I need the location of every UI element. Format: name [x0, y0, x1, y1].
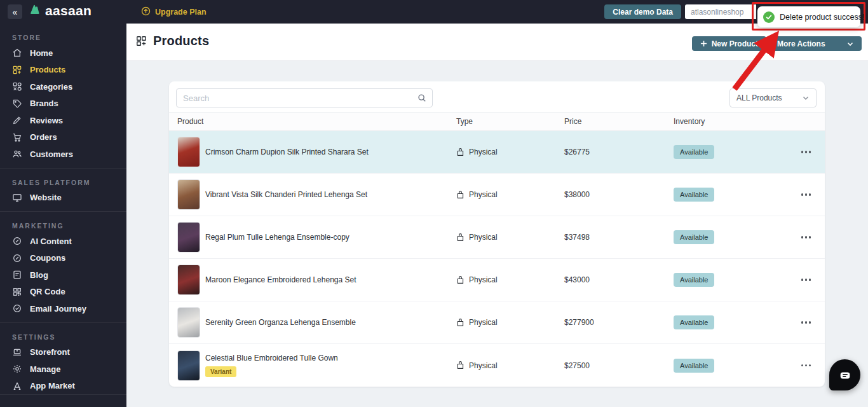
- toast-message: Delete product success!: [780, 13, 864, 22]
- physical-product-icon: [456, 319, 465, 327]
- sidebar-item-label: Products: [30, 65, 65, 74]
- section-label-sales-platform: SALES PLATFORM: [12, 179, 126, 186]
- row-actions-button[interactable]: [800, 362, 813, 369]
- clear-demo-data-button[interactable]: Clear demo Data: [604, 4, 681, 19]
- inventory-badge: Available: [674, 273, 714, 287]
- sidebar-item-referral-program[interactable]: Referral Program: [0, 402, 126, 407]
- column-header-price: Price: [556, 117, 665, 126]
- physical-product-icon: [456, 148, 465, 156]
- page-title-text: Products: [153, 34, 209, 48]
- physical-product-icon: [456, 276, 465, 284]
- chat-widget-button[interactable]: [829, 359, 860, 390]
- main-content: Products New Product More Actions ALL Pr…: [126, 24, 868, 407]
- sidebar-item-label: Categories: [30, 82, 72, 92]
- row-actions-button[interactable]: [800, 191, 813, 198]
- sidebar-item-brands[interactable]: Brands: [0, 95, 126, 113]
- journey-badge-icon: [12, 303, 22, 314]
- table-row[interactable]: Vibrant Vista Silk Chanderi Printed Lehe…: [169, 174, 825, 216]
- sidebar-item-label: Orders: [30, 132, 57, 142]
- sidebar-collapse-button[interactable]: «: [8, 4, 22, 19]
- sidebar-item-home[interactable]: Home: [0, 45, 126, 62]
- aasaan-logo[interactable]: aasaan: [28, 3, 92, 18]
- qr-code-icon: [12, 287, 22, 297]
- sidebar-section-sales-platform: SALES PLATFORM Website: [0, 168, 126, 207]
- sidebar-item-reviews[interactable]: Reviews: [0, 112, 126, 129]
- row-actions-button[interactable]: [800, 233, 813, 241]
- sidebar-item-label: Storefront: [30, 347, 70, 357]
- physical-product-icon: [456, 233, 465, 242]
- sidebar-section-settings: SETTINGS Storefront Manage App Market: [0, 322, 126, 395]
- shop-name-input[interactable]: [685, 4, 756, 19]
- sidebar-item-orders[interactable]: Orders: [0, 129, 126, 146]
- sidebar-item-website[interactable]: Website: [0, 190, 126, 207]
- products-table-card: ALL Products Product Type Price Inventor…: [169, 81, 825, 387]
- sidebar-item-manage[interactable]: Manage: [0, 361, 126, 378]
- plus-icon: [700, 40, 707, 47]
- table-header: Product Type Price Inventory: [169, 112, 825, 131]
- inventory-badge: Available: [674, 145, 714, 159]
- logo-text: aasaan: [45, 3, 92, 18]
- more-actions-button[interactable]: More Actions: [770, 36, 862, 51]
- sidebar-item-label: QR Code: [30, 287, 65, 296]
- sidebar-item-label: App Market: [30, 381, 75, 390]
- new-product-button[interactable]: New Product: [692, 36, 766, 51]
- sidebar-item-customers[interactable]: Customers: [0, 146, 126, 163]
- cart-icon: [12, 132, 22, 142]
- product-price: $277900: [556, 318, 665, 327]
- product-name: Vibrant Vista Silk Chanderi Printed Lehe…: [205, 190, 367, 199]
- physical-product-icon: [456, 191, 465, 199]
- product-name: Regal Plum Tulle Lehenga Ensemble-copy: [205, 233, 349, 242]
- table-row[interactable]: Regal Plum Tulle Lehenga Ensemble-copy P…: [169, 216, 825, 259]
- inventory-badge: Available: [674, 188, 714, 202]
- laptop-icon: [12, 347, 22, 357]
- product-price: $43000: [556, 275, 665, 284]
- section-label-settings: SETTINGS: [12, 333, 126, 341]
- row-actions-button[interactable]: [800, 319, 813, 326]
- sidebar-item-label: AI Content: [30, 237, 72, 246]
- sidebar-item-blog[interactable]: Blog: [0, 266, 126, 284]
- more-actions-label: More Actions: [777, 39, 825, 48]
- section-label-store: STORE: [12, 34, 126, 41]
- sidebar-item-label: Manage: [30, 364, 60, 374]
- product-type: Physical: [469, 361, 498, 370]
- physical-product-icon: [456, 361, 465, 369]
- table-row[interactable]: Maroon Elegance Embroidered Lehenga Set …: [169, 259, 825, 301]
- product-type: Physical: [469, 233, 498, 242]
- search-input[interactable]: [176, 88, 433, 107]
- sidebar-item-label: Coupons: [30, 253, 65, 263]
- sidebar-item-app-market[interactable]: App Market: [0, 378, 126, 395]
- product-filter-select[interactable]: ALL Products: [729, 88, 817, 107]
- chevron-down-icon: [802, 94, 810, 102]
- product-type: Physical: [469, 318, 498, 327]
- table-row[interactable]: Serenity Green Organza Lehenga Ensemble …: [169, 301, 825, 344]
- sidebar-item-categories[interactable]: Categories: [0, 78, 126, 95]
- column-header-product: Product: [169, 117, 448, 126]
- sidebar-item-coupons[interactable]: Coupons: [0, 250, 126, 267]
- variant-badge: Variant: [205, 366, 236, 377]
- product-price: $37498: [556, 233, 665, 242]
- sidebar-item-products[interactable]: Products: [0, 62, 126, 79]
- sidebar-item-qr-code[interactable]: QR Code: [0, 284, 126, 301]
- sidebar-item-ai-content[interactable]: AI Content: [0, 233, 126, 250]
- product-thumbnail: [177, 137, 200, 167]
- upgrade-plan-link[interactable]: Upgrade Plan: [141, 6, 207, 18]
- product-type: Physical: [469, 190, 498, 199]
- sidebar-item-label: Email Journey: [30, 304, 86, 314]
- new-product-label: New Product: [712, 39, 758, 48]
- sidebar-item-email-journey[interactable]: Email Journey: [0, 300, 126, 317]
- row-actions-button[interactable]: [800, 276, 813, 284]
- product-filter-value: ALL Products: [736, 93, 782, 102]
- upgrade-plan-label: Upgrade Plan: [155, 8, 207, 17]
- sidebar-item-label: Website: [30, 193, 62, 202]
- users-icon: [12, 149, 22, 159]
- sidebar-section-marketing: MARKETING AI Content Coupons Blog QR Cod…: [0, 211, 126, 317]
- table-row[interactable]: Crimson Charm Dupion Silk Printed Sharar…: [169, 131, 825, 174]
- sidebar-item-storefront[interactable]: Storefront: [0, 344, 126, 361]
- table-row[interactable]: Celestial Blue Embroidered Tulle Gown Va…: [169, 344, 825, 387]
- tag-icon: [12, 99, 22, 109]
- row-actions-button[interactable]: [800, 148, 813, 156]
- monitor-icon: [12, 193, 22, 203]
- badge-icon: [12, 236, 22, 246]
- sidebar-item-label: Brands: [30, 99, 58, 108]
- sidebar-section-store: STORE Home Products Categories Brands Re…: [0, 24, 126, 163]
